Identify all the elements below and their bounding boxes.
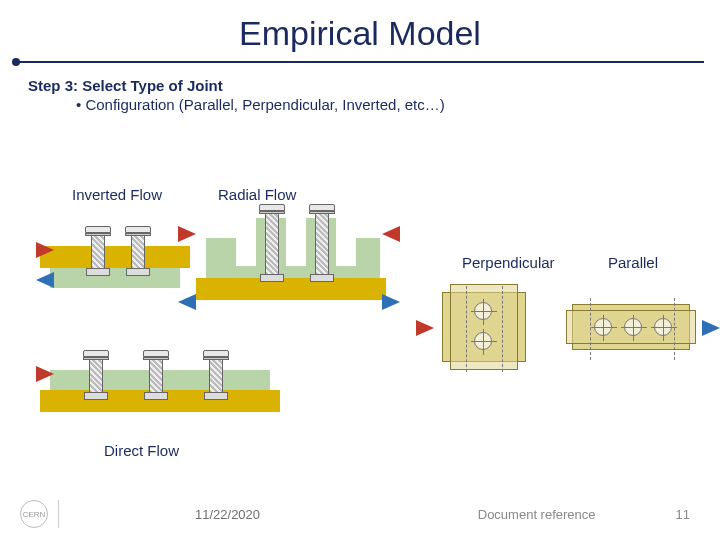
label-direct-flow: Direct Flow xyxy=(104,442,179,459)
title-rule xyxy=(16,61,704,63)
diagram-inverted-flow xyxy=(40,216,190,326)
label-inverted-flow: Inverted Flow xyxy=(72,186,162,203)
diagram-direct-flow xyxy=(40,344,280,444)
footer-date: 11/22/2020 xyxy=(195,507,260,522)
page-title: Empirical Model xyxy=(0,0,720,61)
label-perpendicular: Perpendicular xyxy=(462,254,555,271)
label-radial-flow: Radial Flow xyxy=(218,186,296,203)
footer-reference: Document reference xyxy=(478,507,596,522)
logo-icon: CERN xyxy=(20,500,48,528)
footer-page-number: 11 xyxy=(676,507,690,522)
diagram-radial-flow xyxy=(196,208,386,338)
label-parallel: Parallel xyxy=(608,254,658,271)
step-block: Step 3: Select Type of Joint Configurati… xyxy=(0,63,720,113)
footer: CERN 11/22/2020 Document reference 11 xyxy=(0,500,720,528)
step-heading: Step 3: Select Type of Joint xyxy=(28,77,692,94)
footer-separator xyxy=(58,500,59,528)
diagram-perpendicular xyxy=(414,284,554,374)
diagram-parallel xyxy=(566,284,706,374)
step-bullet: Configuration (Parallel, Perpendicular, … xyxy=(28,96,692,113)
